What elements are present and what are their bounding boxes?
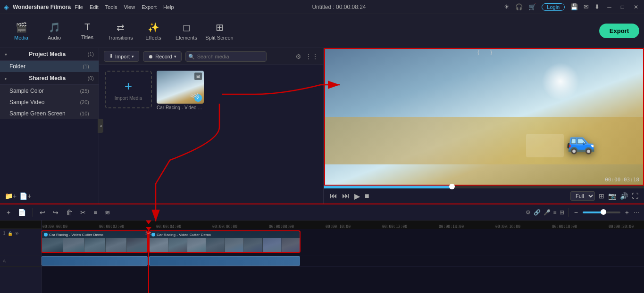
- fullscreen-icon[interactable]: ⛶: [632, 192, 638, 200]
- media-item-car-racing[interactable]: ⊞ ✓ Car Racing - Video Cutt...: [157, 71, 204, 110]
- export-button[interactable]: Export: [599, 24, 639, 38]
- audio-track-row: [42, 255, 644, 267]
- ruler-14: 00:00:14:00: [438, 225, 494, 229]
- download-icon[interactable]: ⬇: [594, 3, 600, 10]
- grid-view-icon[interactable]: ⋮⋮: [305, 53, 318, 60]
- frame-2-6: [244, 238, 263, 252]
- import-media-box[interactable]: + Import Media: [105, 71, 152, 108]
- toolbar-media[interactable]: 🎬 Media: [5, 17, 38, 45]
- toolbar-elements[interactable]: ◻ Elements: [170, 17, 203, 45]
- ruler-16: 00:00:16:00: [494, 225, 551, 229]
- zoom-out-button[interactable]: −: [572, 208, 580, 217]
- close-button[interactable]: ✕: [632, 4, 640, 10]
- car-shape: 🚙: [566, 128, 595, 155]
- toolbar-effects[interactable]: ✨ Effects: [137, 17, 170, 45]
- preview-progress-bar-container[interactable]: [324, 186, 644, 188]
- shared-media-header[interactable]: ▸ Shared Media (0): [0, 72, 99, 85]
- playhead[interactable]: [148, 229, 149, 293]
- preview-left-bracket: {: [478, 50, 479, 55]
- captions-icon[interactable]: ≡: [553, 209, 557, 216]
- menu-edit[interactable]: Edit: [90, 4, 99, 10]
- menu-view[interactable]: View: [124, 4, 135, 10]
- filter-icon[interactable]: ⚙: [295, 53, 301, 60]
- minimize-button[interactable]: ─: [605, 4, 613, 10]
- preview-right-bracket: }: [490, 50, 492, 55]
- media-panel: ⬇ Import ▾ ⏺ Record ▾ 🔍: [99, 48, 323, 189]
- add-folder-icon[interactable]: 📁+: [5, 192, 17, 200]
- skip-back-button[interactable]: ⏮: [330, 192, 337, 200]
- record-label: Record: [155, 54, 172, 59]
- stop-button[interactable]: ■: [365, 192, 369, 200]
- project-media-title: Project Media: [29, 51, 66, 57]
- menu-file[interactable]: File: [75, 4, 83, 10]
- save-icon[interactable]: 💾: [570, 3, 578, 10]
- zoom-slider[interactable]: [583, 212, 620, 213]
- cut-button[interactable]: ✂: [78, 208, 88, 217]
- zoom-in-button[interactable]: +: [623, 208, 631, 217]
- import-button[interactable]: ⬇ Import ▾: [104, 51, 139, 62]
- settings-icon[interactable]: ⚙: [526, 209, 531, 216]
- clip-2-frames: [150, 238, 300, 252]
- menu-help[interactable]: Help: [163, 4, 174, 10]
- video-clip-2[interactable]: Car Racing - Video Cutter Demo: [149, 231, 300, 252]
- ruler-12: 00:00:12:00: [381, 225, 438, 229]
- panel-collapse-btn[interactable]: ◂: [98, 119, 103, 133]
- cart-icon[interactable]: 🛒: [528, 3, 536, 10]
- timeline-area: 1 🔒 👁 A 00:00:00:00: [0, 220, 644, 293]
- frame-2: [63, 238, 84, 252]
- eye-icon[interactable]: 👁: [15, 231, 19, 236]
- quality-select[interactable]: Full: [570, 191, 595, 201]
- login-button[interactable]: Login: [542, 3, 565, 11]
- sample-green-screen-item[interactable]: Sample Green Screen (10): [0, 108, 99, 119]
- lock-icon[interactable]: 🔒: [8, 231, 13, 236]
- toolbar-transitions[interactable]: ⇄ Transitions: [104, 17, 137, 45]
- toolbar-audio-label: Audio: [48, 35, 61, 41]
- import-label: Import: [115, 54, 130, 59]
- toolbar-audio[interactable]: 🎵 Audio: [38, 17, 71, 45]
- more-options-icon[interactable]: ⋯: [634, 209, 639, 216]
- snapshot-icon[interactable]: 📷: [608, 192, 616, 200]
- add-media-icon[interactable]: 📄+: [19, 192, 31, 200]
- maximize-button[interactable]: □: [619, 4, 626, 10]
- mail-icon[interactable]: ✉: [584, 3, 589, 10]
- app-window: ◈ Wondershare Filmora File Edit Tools Vi…: [0, 0, 644, 293]
- mic-icon[interactable]: 🎤: [544, 209, 551, 216]
- volume-icon[interactable]: 🔊: [620, 192, 628, 200]
- video-clip-1[interactable]: Car Racing - Video Cutter Demo: [42, 231, 148, 252]
- step-back-button[interactable]: ⏭: [342, 192, 350, 200]
- project-media-header[interactable]: ▾ Project Media (1): [0, 48, 99, 61]
- elements-icon: ◻: [183, 22, 191, 33]
- audio-clip-1[interactable]: [42, 256, 148, 266]
- menu-export[interactable]: Export: [142, 4, 157, 10]
- audio-track-label-row: A: [0, 255, 41, 267]
- delete-button[interactable]: 🗑: [64, 208, 75, 217]
- track-number-1: 1: [3, 231, 6, 236]
- playhead-marker: [146, 220, 151, 224]
- frame-4: [106, 238, 127, 252]
- add-track-button[interactable]: +: [5, 208, 12, 217]
- redo-button[interactable]: ↪: [51, 208, 60, 217]
- magnet-icon[interactable]: 🔗: [534, 209, 541, 216]
- sample-color-item[interactable]: Sample Color (25): [0, 85, 99, 97]
- preview-progress-handle[interactable]: [449, 184, 455, 189]
- grid-tl-icon[interactable]: ⊞: [560, 209, 564, 216]
- transitions-icon: ⇄: [117, 22, 125, 33]
- preview-canvas: 🚙: [325, 49, 643, 185]
- undo-button[interactable]: ↩: [38, 208, 47, 217]
- menu-tools[interactable]: Tools: [105, 4, 117, 10]
- audio-clip-2[interactable]: [149, 256, 300, 266]
- play-button[interactable]: ▶: [354, 192, 360, 201]
- toolbar-split-screen[interactable]: ⊞ Split Screen: [203, 17, 236, 45]
- adjust-button[interactable]: ≡: [92, 208, 99, 217]
- record-button[interactable]: ⏺ Record ▾: [143, 51, 181, 62]
- brightness-icon[interactable]: ☀: [504, 3, 510, 10]
- headphone-icon[interactable]: 🎧: [515, 3, 523, 10]
- folder-item[interactable]: Folder (1): [0, 61, 99, 72]
- fit-screen-icon[interactable]: ⊞: [599, 192, 604, 200]
- search-input[interactable]: [185, 51, 267, 62]
- toolbar-titles[interactable]: T Titles: [71, 17, 104, 45]
- sample-video-item[interactable]: Sample Video (20): [0, 97, 99, 108]
- add-media-track-button[interactable]: 📄: [16, 208, 28, 217]
- media-item-label: Car Racing - Video Cutt...: [157, 105, 204, 110]
- audio-wave-button[interactable]: ≋: [103, 208, 112, 217]
